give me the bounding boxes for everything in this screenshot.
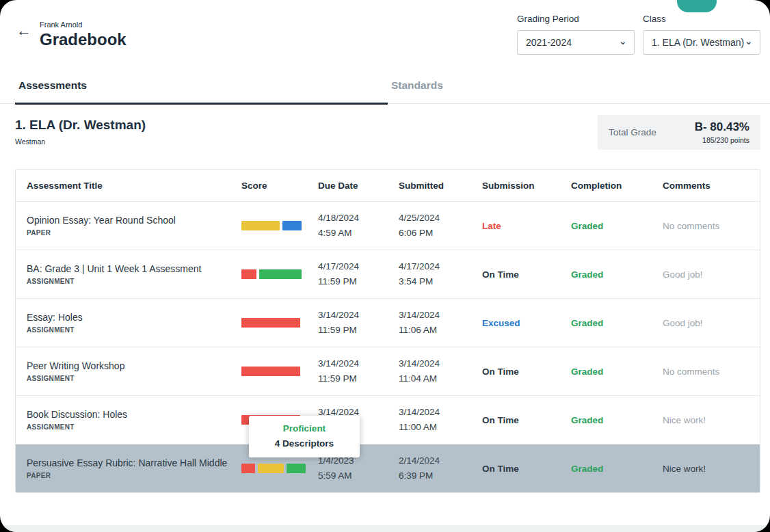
table-row-selected[interactable]: Persuasive Essay Rubric: Narrative Hall …	[16, 444, 760, 492]
assessment-type: PAPER	[27, 472, 235, 479]
gradebook-page: ← Frank Arnold Gradebook Grading Period …	[0, 0, 770, 532]
submission-status: On Time	[482, 464, 571, 474]
column-header-due-date: Due Date	[318, 181, 399, 191]
score-bar	[241, 318, 311, 328]
grading-period-select[interactable]: 2021-2024 ⌄	[517, 30, 635, 55]
table-row[interactable]: Essay: Holes ASSIGNMENT 3/14/202411:59 P…	[16, 298, 760, 347]
assessment-title: Essay: Holes	[27, 312, 235, 323]
comments: Good job!	[663, 269, 760, 280]
column-header-completion: Completion	[571, 181, 663, 191]
footer-strip	[0, 525, 770, 532]
score-segment	[258, 464, 284, 473]
grading-period-label: Grading Period	[517, 14, 635, 24]
table-row[interactable]: Book Discussion: Holes ASSIGNMENT 3/14/2…	[16, 395, 760, 444]
submission-status: On Time	[482, 367, 571, 377]
submitted-time: 3:54 PM	[399, 276, 433, 287]
score-bar	[241, 367, 311, 376]
class-title: 1. ELA (Dr. Westman)	[15, 118, 146, 133]
score-segment	[241, 318, 300, 328]
assessment-title: Persuasive Essay Rubric: Narrative Hall …	[27, 457, 235, 468]
submitted-time: 11:04 AM	[399, 373, 437, 384]
comments: No comments	[663, 367, 760, 377]
completion-status: Graded	[571, 415, 663, 425]
submitted-time: 6:39 PM	[399, 470, 433, 481]
partial-notification-pill	[677, 0, 717, 12]
submitted-date: 3/14/2024	[399, 407, 440, 417]
score-segment	[241, 269, 256, 279]
score-segment	[287, 464, 306, 473]
filters: Grading Period 2021-2024 ⌄ Class 1. ELA …	[517, 14, 760, 55]
back-button[interactable]: ←	[16, 23, 31, 38]
score-bar	[241, 269, 311, 279]
table-header-row: Assessment Title Score Due Date Submitte…	[16, 170, 760, 201]
submitted-time: 6:06 PM	[399, 228, 433, 238]
tab-standards[interactable]: Standards	[388, 71, 760, 105]
tooltip-descriptor-count: 4 Descriptors	[249, 438, 360, 449]
total-grade-box: Total Grade B- 80.43% 185/230 points	[598, 115, 760, 150]
submitted-date: 3/14/2024	[399, 310, 440, 320]
due-time: 4:59 AM	[318, 228, 352, 238]
due-time: 11:59 PM	[318, 276, 357, 287]
assessment-type: ASSIGNMENT	[27, 375, 235, 382]
score-tooltip: Proficient 4 Descriptors	[249, 416, 360, 457]
score-segment	[241, 464, 255, 473]
table-row[interactable]: Opinion Essay: Year Round School PAPER 4…	[16, 201, 760, 250]
score-segment	[241, 221, 280, 230]
due-date: 3/14/2024	[318, 310, 359, 320]
score-segment	[282, 221, 302, 230]
assessment-title: BA: Grade 3 | Unit 1 Week 1 Assessment	[27, 263, 235, 274]
completion-status: Graded	[571, 367, 663, 377]
submitted-time: 11:00 AM	[399, 422, 437, 432]
comments: Good job!	[663, 318, 760, 328]
submitted-time: 11:06 AM	[399, 325, 437, 335]
tab-bar: Assessments Standards	[0, 71, 770, 104]
submitted-date: 4/25/2024	[399, 213, 440, 223]
comments: Nice work!	[663, 464, 760, 474]
assessment-type: ASSIGNMENT	[27, 423, 235, 431]
top-bar: ← Frank Arnold Gradebook Grading Period …	[0, 0, 770, 55]
assessment-title: Peer Writing Workshop	[27, 360, 235, 371]
assessment-type: ASSIGNMENT	[27, 326, 235, 334]
tooltip-proficiency-level: Proficient	[249, 423, 360, 434]
score-segment	[241, 367, 300, 376]
comments: No comments	[663, 221, 760, 231]
assessments-table: Assessment Title Score Due Date Submitte…	[15, 169, 760, 493]
column-header-submitted: Submitted	[399, 181, 482, 191]
due-date: 4/17/2024	[318, 261, 359, 271]
column-header-score: Score	[241, 181, 318, 191]
due-time: 5:59 AM	[318, 470, 352, 481]
column-header-title: Assessment Title	[16, 181, 241, 191]
page-title: Gradebook	[40, 30, 127, 49]
score-bar	[241, 464, 311, 473]
due-date: 4/18/2024	[318, 213, 359, 223]
class-label: Class	[643, 14, 760, 24]
comments: Nice work!	[663, 415, 760, 425]
chevron-down-icon: ⌄	[744, 36, 753, 46]
submission-status: Excused	[482, 318, 571, 328]
total-grade-label: Total Grade	[609, 127, 656, 137]
column-header-comments: Comments	[663, 181, 760, 191]
completion-status: Graded	[571, 269, 663, 280]
teacher-name: Westman	[15, 137, 146, 146]
assessment-title: Book Discussion: Holes	[27, 409, 235, 420]
chevron-down-icon: ⌄	[618, 36, 627, 46]
assessment-type: PAPER	[27, 229, 235, 237]
assessment-title: Opinion Essay: Year Round School	[27, 215, 235, 226]
score-segment	[259, 269, 302, 279]
table-row[interactable]: Peer Writing Workshop ASSIGNMENT 3/14/20…	[16, 347, 760, 395]
tab-assessments[interactable]: Assessments	[15, 71, 388, 105]
due-date: 3/14/2024	[318, 358, 359, 369]
submitted-date: 3/14/2024	[399, 358, 440, 369]
class-select[interactable]: 1. ELA (Dr. Westman) ⌄	[643, 30, 760, 55]
assessment-type: ASSIGNMENT	[27, 278, 235, 285]
submitted-date: 4/17/2024	[399, 261, 440, 271]
total-grade-value: B- 80.43%	[695, 120, 749, 134]
table-row[interactable]: BA: Grade 3 | Unit 1 Week 1 Assessment A…	[16, 250, 760, 298]
submission-status: On Time	[482, 269, 571, 280]
total-grade-points: 185/230 points	[695, 136, 749, 144]
submission-status: Late	[482, 221, 571, 231]
completion-status: Graded	[571, 221, 663, 231]
grading-period-value: 2021-2024	[526, 37, 572, 48]
class-summary: 1. ELA (Dr. Westman) Westman Total Grade…	[15, 115, 760, 150]
submitted-date: 2/14/2024	[399, 455, 440, 466]
